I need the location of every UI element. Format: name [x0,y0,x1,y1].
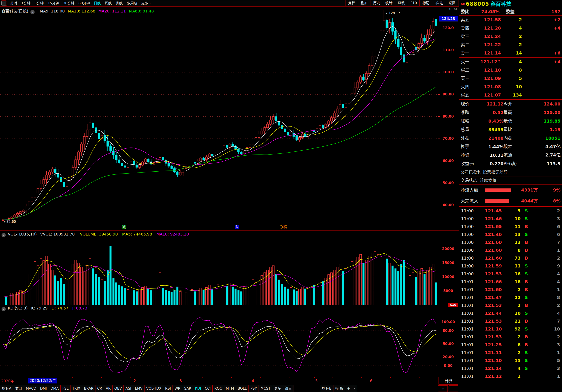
tick-row[interactable]: 11:00121.6023B7 [459,238,562,246]
indicator-button-MTM[interactable]: MTM [224,385,236,392]
volume-chart[interactable] [0,237,438,305]
toolbar-button-返回[interactable]: 返回 [446,0,458,6]
period-tab-月线[interactable]: 月线 [116,1,123,5]
zoom-out-button[interactable]: - [449,385,458,392]
indicator-button-CCI[interactable]: CCI [203,385,212,392]
period-tab-1分钟[interactable]: 1分钟 [21,1,30,5]
tick-row[interactable]: 11:00121.6511B6 [459,223,562,231]
indicator-button-SAR[interactable]: SAR [182,385,193,392]
indicator-button-OBV[interactable]: OBV [112,385,124,392]
indicator-button-PSY[interactable]: PSY [248,385,259,392]
tick-price: 121.60 [476,240,502,245]
toolbar-button-标记[interactable]: 标记 [420,0,432,6]
diamond-icon[interactable]: ◇ [449,7,452,11]
indicator-button-BOLL[interactable]: BOLL [236,385,249,392]
vol-bar-up [307,286,309,305]
toolbar-button-画线[interactable]: 画线 [395,0,408,6]
toolbar-button-统计[interactable]: 统计 [383,0,395,6]
tick-row[interactable]: 11:01121.4420S4 [459,309,562,317]
toolbar-button-历史[interactable]: 历史 [370,0,383,6]
indicator-button-设置[interactable]: 设置 [283,385,294,392]
event-marker-别榜[interactable]: 别榜 [280,225,287,229]
window-icon[interactable] [1,1,6,5]
tick-row[interactable]: 11:01121.144S3 [459,364,562,372]
toolbar-button-F10[interactable]: F10 [408,0,420,6]
indicator-button-FSL[interactable]: FSL [60,385,70,392]
indicator-button-+[interactable]: + [345,385,352,392]
tick-row[interactable]: 11:01121.256B3 [459,341,562,349]
period-tab-更多 ›[interactable]: 更多 › [141,1,150,5]
kdj-chart[interactable] [0,311,438,377]
tick-row[interactable]: 11:00121.608B1 [459,246,562,254]
chevron-down-icon[interactable]: ∨ [30,10,35,14]
indicator-button-模 板[interactable]: 模 板 [333,385,345,392]
indicator-button--[interactable]: - [352,385,357,392]
tick-row[interactable]: 11:00121.5316S4 [459,270,562,278]
period-tab-15分钟[interactable]: 15分钟 [47,1,59,5]
indicator-button-DMA[interactable]: DMA [49,385,61,392]
windows-icon[interactable]: ⧉ [454,7,457,11]
tick-row[interactable]: 11:00121.5911S9 [459,262,562,270]
chevron-down-icon[interactable]: ∨ [1,307,6,311]
tick-row[interactable]: 11:01121.532B2 [459,301,562,309]
vol-bar-up [432,264,434,305]
tick-row[interactable]: 11:01121.1092S10 [459,325,562,333]
tick-row[interactable]: 11:01121.112S1 [459,349,562,357]
toolbar-button-复权[interactable]: 复权 [345,0,358,6]
tick-row[interactable]: 11:00121.4613S6 [459,231,562,238]
date-axis[interactable]: 2020年 2020/12/22/二 23456 [0,377,438,385]
info-label: 涨幅 [461,118,479,124]
event-marker-财[interactable]: 财 [235,225,239,229]
period-indicator[interactable]: 日线 [439,377,458,385]
vol-axis-label: 5000 [438,289,458,293]
indicator-button-ASI[interactable]: ASI [123,385,133,392]
indicator-button-CR[interactable]: CR [95,385,104,392]
indicator-button-VOL-TDX[interactable]: VOL-TDX [144,385,163,392]
indicator-button-指标B[interactable]: 指标B [320,385,333,392]
tick-row[interactable]: 11:00121.455S2 [459,207,562,215]
tick-row[interactable]: 11:00121.4610S3 [459,215,562,223]
period-tab-60分钟[interactable]: 60分钟 [78,1,90,5]
candlestick-chart[interactable] [0,6,438,231]
indicator-button-RSI[interactable]: RSI [163,385,173,392]
period-tab-日线[interactable]: 日线 [94,1,101,5]
tick-row[interactable]: 11:01121.6616B4 [459,278,562,286]
info-value: 39459 [479,127,503,132]
period-tab-分时[interactable]: 分时 [10,1,17,5]
indicator-button-DMI[interactable]: DMI [38,385,49,392]
tick-trade-list[interactable]: 11:00121.455S211:00121.4610S311:00121.65… [459,206,562,380]
indicator-button-WR[interactable]: WR [173,385,182,392]
tick-time: 11:01 [461,350,476,355]
event-marker-减[interactable]: 减 [122,225,126,229]
indicator-button-TRIX[interactable]: TRIX [70,385,82,392]
period-tab-5分钟[interactable]: 5分钟 [34,1,44,5]
indicator-button-EMV[interactable]: EMV [133,385,144,392]
indicator-button-ROC[interactable]: ROC [212,385,224,392]
candle-up [144,159,146,162]
indicator-button-BRAR[interactable]: BRAR [82,385,95,392]
period-tab-多周期[interactable]: 多周期 [127,1,137,5]
tick-row[interactable]: 11:00121.6073B2 [459,254,562,262]
indicator-button-更多[interactable]: 更多 [272,385,283,392]
indicator-button-VR[interactable]: VR [104,385,113,392]
tick-side: B [521,240,532,245]
zoom-in-button[interactable]: + [438,385,448,392]
tick-row[interactable]: 11:01121.602B1 [459,286,562,293]
tick-row[interactable]: 11:01121.1211 [459,372,562,380]
ask-row: 卖五121.582+2 [459,16,562,24]
chevron-down-icon[interactable]: ∨ [1,233,6,237]
indicator-button-MCST[interactable]: MCST [258,385,272,392]
toolbar-button-叠加[interactable]: 叠加 [358,0,370,6]
indicator-button-MACD[interactable]: MACD [24,385,38,392]
tick-row[interactable]: 11:01121.4722S8 [459,293,562,301]
candle-up [208,154,211,157]
indicator-button-KDJ[interactable]: KDJ [193,385,203,392]
tick-row[interactable]: 11:01121.1015S5 [459,357,562,364]
period-tab-30分钟[interactable]: 30分钟 [63,1,74,5]
indicator-button-指标A[interactable]: 指标A [0,385,13,392]
tick-row[interactable]: 11:01121.532B2 [459,333,562,341]
indicator-button-窗口[interactable]: 窗口 [13,385,24,392]
period-tab-周线[interactable]: 周线 [105,1,112,5]
toolbar-button--自选[interactable]: -自选 [432,0,446,6]
tick-row[interactable]: 11:01121.5321B7 [459,317,562,325]
